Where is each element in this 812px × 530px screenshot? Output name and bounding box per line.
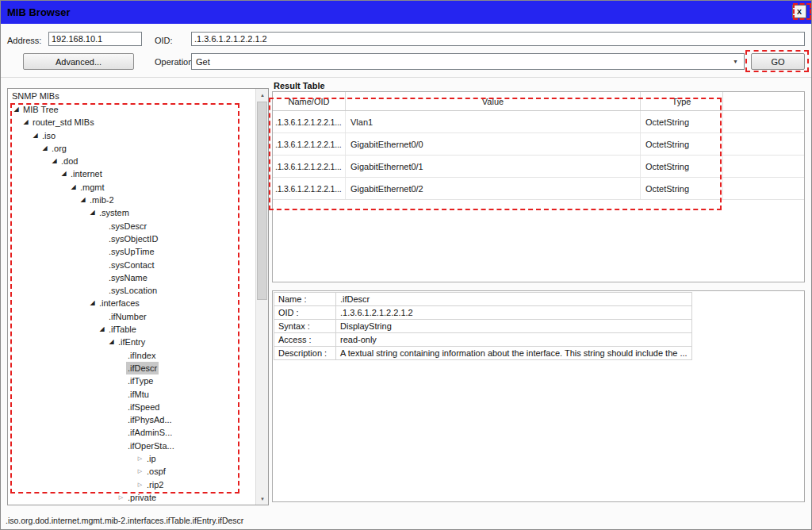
tree-item-ifphysad[interactable]: .ifPhysAd... — [8, 413, 255, 426]
result-row[interactable]: .1.3.6.1.2.1.2.2.1...GigabitEthernet0/1O… — [273, 156, 804, 178]
collapse-icon[interactable]: ◢ — [87, 297, 98, 309]
tree-item-private[interactable]: ▷.private — [8, 491, 255, 504]
property-label: Description : — [274, 347, 336, 360]
tree-item-iftable[interactable]: ◢.ifTable — [8, 323, 255, 336]
go-button[interactable]: GO — [751, 53, 805, 70]
tree-item-router-std-mibs[interactable]: ◢router_std MIBs — [8, 116, 255, 129]
collapse-icon[interactable]: ◢ — [49, 155, 59, 167]
result-cell-value: Vlan1 — [346, 111, 641, 132]
result-cell-type: OctetString — [641, 133, 723, 155]
toolbar-separator — [1, 77, 811, 78]
tree-item-ospf[interactable]: ▷.ospf — [8, 465, 255, 478]
tree-item-interfaces[interactable]: ◢.interfaces — [8, 297, 255, 309]
address-input[interactable] — [48, 32, 142, 46]
tree-item-ifindex[interactable]: .ifIndex — [8, 349, 255, 362]
tree-item-syscontact[interactable]: .sysContact — [8, 259, 255, 271]
tree-item-internet[interactable]: ◢.internet — [8, 167, 255, 180]
tree-item-dod[interactable]: ◢.dod — [8, 155, 255, 167]
result-row[interactable]: .1.3.6.1.2.1.2.2.1...GigabitEthernet0/2O… — [273, 178, 804, 200]
tree-item-ifadmins[interactable]: .ifAdminS... — [8, 426, 255, 439]
tree-item-rip2[interactable]: ▷.rip2 — [8, 478, 255, 491]
tree-item-sysuptime[interactable]: .sysUpTime — [8, 245, 255, 258]
chevron-down-icon: ▼ — [733, 59, 744, 64]
result-table: Name/OID Value Type .1.3.6.1.2.1.2.2.1..… — [272, 91, 805, 282]
tree-item-ifmtu[interactable]: .ifMtu — [8, 388, 255, 401]
tree-item-label: .ifEntry — [117, 336, 147, 348]
tree-item-label: .sysLocation — [107, 284, 159, 297]
collapse-icon[interactable]: ◢ — [97, 323, 107, 336]
tree-item-label: .system — [98, 206, 131, 219]
tree-item-label: .mgmt — [79, 181, 106, 194]
tree-item-label: .ifTable — [107, 323, 138, 336]
expand-icon[interactable]: ▷ — [116, 491, 126, 504]
tree-item-sysobjectid[interactable]: .sysObjectID — [8, 232, 255, 245]
result-row[interactable]: .1.3.6.1.2.1.2.2.1...Vlan1OctetString — [273, 111, 804, 133]
mib-tree: ◢MIB Tree◢router_std MIBs◢.iso◢.org◢.dod… — [8, 103, 255, 505]
window-title: MIB Browser — [7, 6, 70, 18]
scroll-up-icon[interactable]: ▲ — [256, 89, 269, 101]
expand-icon[interactable]: ▷ — [135, 465, 145, 478]
close-button[interactable]: X — [792, 5, 806, 18]
tree-item-ifopersta[interactable]: .ifOperSta... — [8, 440, 255, 452]
collapse-icon[interactable]: ◢ — [21, 116, 31, 129]
tree-item-system[interactable]: ◢.system — [8, 206, 255, 219]
result-cell-filler — [723, 111, 804, 132]
collapse-icon[interactable]: ◢ — [11, 103, 21, 116]
tree-item-ifentry[interactable]: ◢.ifEntry — [8, 336, 255, 348]
tree-item-label: .sysDescr — [107, 220, 148, 232]
collapse-icon[interactable]: ◢ — [106, 336, 117, 348]
tree-item-mgmt[interactable]: ◢.mgmt — [8, 181, 255, 194]
operations-select[interactable]: Get ▼ — [191, 53, 745, 70]
collapse-icon[interactable]: ◢ — [68, 181, 79, 194]
column-header-name-oid[interactable]: Name/OID — [273, 92, 346, 110]
props-body: Name :.ifDescrOID :.1.3.6.1.2.1.2.2.1.2S… — [274, 293, 692, 360]
scroll-down-icon[interactable]: ▼ — [256, 493, 269, 505]
result-cell-oid: .1.3.6.1.2.1.2.2.1... — [273, 156, 346, 177]
status-path: .iso.org.dod.internet.mgmt.mib-2.interfa… — [6, 516, 243, 525]
property-label: Name : — [274, 293, 336, 306]
result-cell-oid: .1.3.6.1.2.1.2.2.1... — [273, 111, 346, 132]
property-value: read-only — [336, 333, 692, 347]
scrollbar-thumb[interactable] — [257, 102, 267, 300]
tree-item-org[interactable]: ◢.org — [8, 142, 255, 155]
result-row[interactable]: .1.3.6.1.2.1.2.2.1...GigabitEthernet0/0O… — [273, 133, 804, 156]
collapse-icon[interactable]: ◢ — [87, 206, 98, 219]
result-cell-value: GigabitEthernet0/0 — [346, 133, 641, 155]
tree-item-router-advin-mibs[interactable]: ▷router_advin MIBs — [8, 504, 255, 505]
collapse-icon[interactable]: ◢ — [30, 129, 40, 142]
expand-icon[interactable]: ▷ — [135, 452, 145, 465]
tree-scrollbar[interactable]: ▲ ▼ — [255, 89, 268, 505]
result-cell-filler — [723, 156, 804, 177]
tree-item-sysdescr[interactable]: .sysDescr — [8, 220, 255, 232]
tree-item-label: router_std MIBs — [31, 116, 96, 129]
tree-item-ifnumber[interactable]: .ifNumber — [8, 310, 255, 323]
column-header-type[interactable]: Type — [641, 92, 723, 110]
result-table-header: Name/OID Value Type — [273, 92, 804, 111]
expand-icon[interactable]: ▷ — [21, 504, 31, 505]
property-row: OID :.1.3.6.1.2.1.2.2.1.2 — [274, 306, 692, 320]
snmp-mibs-panel: SNMP MIBs ◢MIB Tree◢router_std MIBs◢.iso… — [7, 88, 269, 505]
tree-item-syslocation[interactable]: .sysLocation — [8, 284, 255, 297]
collapse-icon[interactable]: ◢ — [78, 194, 88, 206]
tree-item-iftype[interactable]: .ifType — [8, 374, 255, 387]
titlebar[interactable]: MIB Browser — [1, 1, 811, 24]
tree-item-mib-tree[interactable]: ◢MIB Tree — [8, 103, 255, 116]
property-value: .ifDescr — [336, 293, 692, 306]
column-header-value[interactable]: Value — [346, 92, 641, 110]
tree-item-ifdescr[interactable]: .ifDescr — [8, 362, 255, 374]
oid-input[interactable] — [191, 32, 805, 46]
tree-item-ifspeed[interactable]: .ifSpeed — [8, 401, 255, 413]
tree-item-mib-2[interactable]: ◢.mib-2 — [8, 194, 255, 206]
collapse-icon[interactable]: ◢ — [59, 167, 69, 180]
expand-icon[interactable]: ▷ — [135, 478, 145, 491]
oid-label: OID: — [155, 36, 173, 45]
tree-item-ip[interactable]: ▷.ip — [8, 452, 255, 465]
tree-item-iso[interactable]: ◢.iso — [8, 129, 255, 142]
advanced-button[interactable]: Advanced... — [23, 53, 134, 70]
tree-item-label: .sysUpTime — [107, 245, 156, 258]
property-value: .1.3.6.1.2.1.2.2.1.2 — [336, 306, 692, 320]
tree-item-label: .ifNumber — [107, 310, 148, 323]
tree-item-sysname[interactable]: .sysName — [8, 271, 255, 284]
collapse-icon[interactable]: ◢ — [40, 142, 50, 155]
tree-item-label: .ifMtu — [126, 388, 151, 401]
